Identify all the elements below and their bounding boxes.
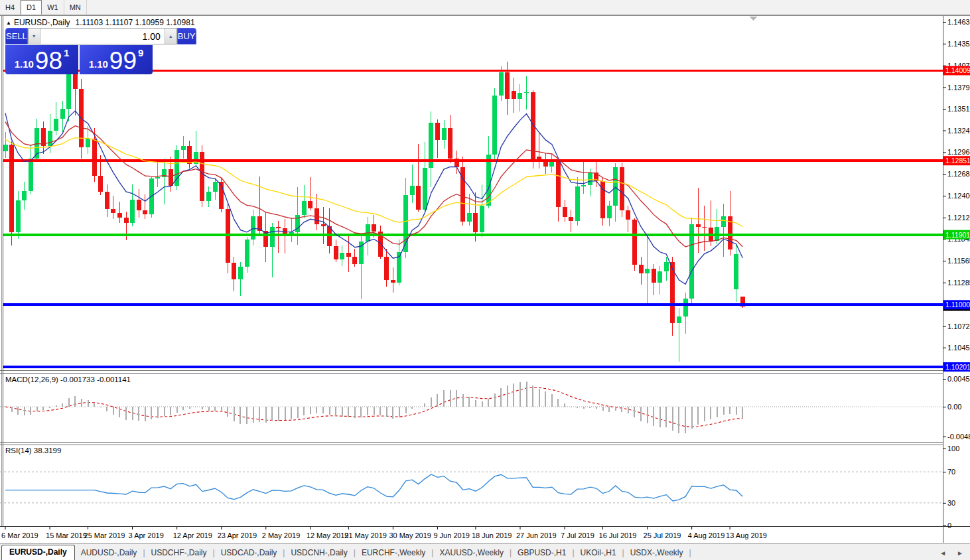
tab-scroll-left-icon[interactable]: ◄ xyxy=(939,549,946,557)
candle xyxy=(569,217,573,221)
candle xyxy=(556,160,561,206)
svg-text:27 Jun 2019: 27 Jun 2019 xyxy=(516,531,557,539)
candle xyxy=(143,210,147,214)
candle xyxy=(130,200,135,223)
buy-price-pip-digit: 9 xyxy=(138,47,143,58)
candle xyxy=(340,253,344,260)
candle xyxy=(346,253,351,257)
tab-eurusd-daily[interactable]: EURUSD-,Daily xyxy=(1,545,75,560)
candle xyxy=(702,227,707,228)
volume-decrease-button[interactable]: ▼ xyxy=(29,29,40,44)
volume-increase-button[interactable]: ▲ xyxy=(165,29,176,44)
candle xyxy=(54,119,58,131)
candle xyxy=(9,145,14,233)
candles-layer xyxy=(3,52,745,362)
candle xyxy=(137,200,141,210)
tab-scroll-right-icon[interactable]: ► xyxy=(957,549,963,557)
buy-price-prefix: 1.10 xyxy=(89,58,108,70)
candle xyxy=(111,209,115,213)
candle xyxy=(670,262,675,324)
buy-button[interactable]: BUY xyxy=(177,28,196,44)
collapse-triangle-icon[interactable]: ▲ xyxy=(6,20,11,26)
candle xyxy=(213,182,218,192)
svg-text:30: 30 xyxy=(947,499,955,507)
svg-text:12 Apr 2019: 12 Apr 2019 xyxy=(173,531,212,539)
rsi-indicator-label: RSI(14) 38.3199 xyxy=(5,447,61,455)
timeframe-w1-button[interactable]: W1 xyxy=(42,0,64,15)
svg-text:4 Aug 2019: 4 Aug 2019 xyxy=(688,531,725,539)
candle xyxy=(98,176,103,192)
candle xyxy=(3,145,8,152)
svg-text:1.12400: 1.12400 xyxy=(947,192,970,200)
svg-text:1.11901: 1.11901 xyxy=(945,231,970,239)
timeframe-h4-button[interactable]: H4 xyxy=(0,0,21,15)
svg-text:25 Mar 2019: 25 Mar 2019 xyxy=(84,531,125,539)
sell-button[interactable]: SELL xyxy=(5,28,28,44)
candle xyxy=(607,206,612,218)
candle xyxy=(588,173,592,185)
svg-text:1.12960: 1.12960 xyxy=(947,148,970,156)
svg-text:15 Mar 2019: 15 Mar 2019 xyxy=(46,531,87,539)
timeframe-d1-button[interactable]: D1 xyxy=(21,0,42,15)
svg-text:30 May 2019: 30 May 2019 xyxy=(389,531,431,539)
triangle-down-icon: ▼ xyxy=(32,34,36,38)
candle xyxy=(721,216,726,227)
tab-xauusd-weekly[interactable]: XAUUSD-,Weekly xyxy=(433,546,509,560)
candle xyxy=(302,201,307,215)
tab-ukoil-h1[interactable]: UKOil-,H1 xyxy=(575,546,622,560)
tab-usdx-weekly[interactable]: USDX-,Weekly xyxy=(624,546,689,560)
svg-text:13 Aug 2019: 13 Aug 2019 xyxy=(726,531,767,539)
svg-text:1.12120: 1.12120 xyxy=(947,214,970,222)
candle xyxy=(92,139,97,175)
candle xyxy=(155,177,160,178)
candle xyxy=(416,186,421,210)
candle xyxy=(270,227,275,247)
svg-text:1.13240: 1.13240 xyxy=(947,127,970,135)
volume-input[interactable] xyxy=(40,29,165,44)
volume-spinner: ▼ ▲ xyxy=(28,28,177,44)
tab-eurchf-weekly[interactable]: EURCHF-,Weekly xyxy=(356,546,431,560)
buy-price-display[interactable]: 1.10999 xyxy=(80,45,153,74)
chart-canvas[interactable]: 1.146351.143551.140751.137951.135151.132… xyxy=(0,15,970,544)
tab-usdchf-daily[interactable]: USDCHF-,Daily xyxy=(145,546,213,560)
timeframe-mn-button[interactable]: MN xyxy=(64,0,87,15)
candle xyxy=(124,218,129,223)
candle xyxy=(480,206,484,232)
svg-text:-0.004806: -0.004806 xyxy=(947,433,970,441)
svg-text:25 Jul 2019: 25 Jul 2019 xyxy=(644,531,681,539)
svg-text:1.13515: 1.13515 xyxy=(947,105,970,113)
candle xyxy=(16,200,21,232)
tab-usdcnh-daily[interactable]: USDCNH-,Daily xyxy=(285,546,353,560)
svg-text:1.10201: 1.10201 xyxy=(945,363,970,371)
candle xyxy=(169,169,173,186)
tab-usdcad-daily[interactable]: USDCAD-,Daily xyxy=(215,546,283,560)
candle xyxy=(658,271,662,283)
svg-text:3 Apr 2019: 3 Apr 2019 xyxy=(129,531,164,539)
pane-frames xyxy=(0,16,970,543)
tab-gbpusd-h1[interactable]: GBPUSD-,H1 xyxy=(512,546,572,560)
candle xyxy=(391,280,395,283)
candle xyxy=(467,213,472,222)
candle xyxy=(613,167,618,206)
date-axis: 6 Mar 201915 Mar 201925 Mar 20193 Apr 20… xyxy=(1,527,767,539)
candle xyxy=(581,185,586,186)
horizontal-lines-layer xyxy=(3,70,943,367)
candle xyxy=(492,96,497,155)
tab-audusd-daily[interactable]: AUDUSD-,Daily xyxy=(75,546,143,560)
candle xyxy=(696,224,701,227)
candle xyxy=(652,269,656,283)
svg-text:1.11000: 1.11000 xyxy=(945,301,970,309)
candle xyxy=(563,207,567,217)
candle xyxy=(575,186,580,221)
svg-text:1.10450: 1.10450 xyxy=(947,344,970,352)
svg-text:1.14355: 1.14355 xyxy=(947,40,970,48)
candle xyxy=(372,224,376,232)
svg-text:2 May 2019: 2 May 2019 xyxy=(262,531,300,539)
candle xyxy=(626,210,630,220)
chart-title: ▲EURUSD-,Daily1.11103 1.11107 1.10959 1.… xyxy=(6,18,195,27)
candle xyxy=(334,246,338,259)
candle xyxy=(245,240,249,267)
sell-price-display[interactable]: 1.10981 xyxy=(5,45,78,74)
candle xyxy=(499,72,504,96)
svg-text:7 Jul 2019: 7 Jul 2019 xyxy=(561,531,594,539)
